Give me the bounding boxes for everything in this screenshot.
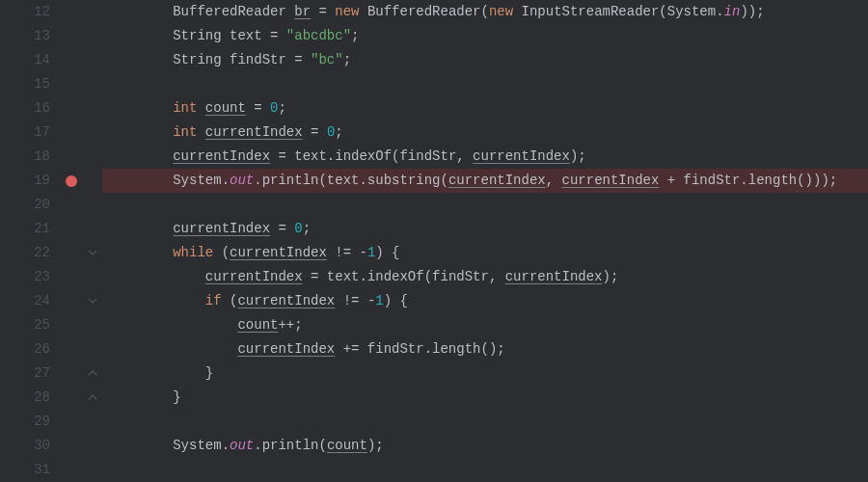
code-token[interactable]: System. <box>173 438 230 453</box>
code-line[interactable]: while (currentIndex != -1) { <box>108 241 868 265</box>
breakpoint-cell[interactable] <box>58 313 85 337</box>
fold-close-icon[interactable] <box>87 390 98 404</box>
code-token[interactable]: count <box>205 100 246 116</box>
code-token[interactable]: , <box>546 173 562 188</box>
code-token[interactable]: br <box>294 4 311 19</box>
code-line[interactable]: currentIndex = text.indexOf(findStr, cur… <box>108 145 868 169</box>
code-token[interactable]: "abcdbc" <box>286 28 351 43</box>
code-line[interactable]: currentIndex += findStr.length(); <box>108 337 868 362</box>
code-editor[interactable]: 1213141516171819202122232425262728293031… <box>0 0 868 482</box>
code-token[interactable]: != - <box>335 293 375 308</box>
code-line[interactable]: } <box>108 386 868 410</box>
breakpoint-cell[interactable] <box>58 120 85 145</box>
code-token[interactable]: != - <box>327 245 367 260</box>
code-token[interactable]: currentIndex <box>230 245 327 260</box>
code-token[interactable]: currentIndex <box>237 293 335 308</box>
code-token[interactable]: out <box>230 438 254 453</box>
breakpoint-cell[interactable] <box>58 48 85 72</box>
code-token[interactable]: new <box>489 4 513 19</box>
code-token[interactable]: = <box>270 221 294 236</box>
line-number[interactable]: 22 <box>0 241 50 265</box>
breakpoint-cell[interactable] <box>58 145 85 169</box>
fold-cell[interactable] <box>85 145 102 169</box>
line-number[interactable]: 14 <box>0 48 50 72</box>
code-token[interactable]: )); <box>740 4 764 19</box>
code-token[interactable]: ; <box>335 124 342 140</box>
code-token[interactable] <box>197 100 204 116</box>
breakpoint-cell[interactable] <box>58 386 85 410</box>
code-token[interactable]: } <box>173 389 180 405</box>
code-token[interactable]: ); <box>570 148 586 164</box>
code-token[interactable]: 1 <box>375 293 383 308</box>
code-token[interactable]: currentIndex <box>173 148 270 164</box>
code-token[interactable]: ) { <box>384 293 408 308</box>
breakpoint-cell[interactable] <box>58 169 85 193</box>
code-token[interactable]: ; <box>303 221 311 236</box>
fold-cell[interactable] <box>85 289 102 313</box>
code-token[interactable]: String text = <box>173 28 286 43</box>
code-token[interactable]: BufferedReader( <box>360 4 489 19</box>
line-number[interactable]: 31 <box>0 458 50 482</box>
code-area[interactable]: BufferedReader br = new BufferedReader(n… <box>102 0 868 482</box>
code-token[interactable]: = text.indexOf(findStr, <box>270 148 473 164</box>
line-number[interactable]: 15 <box>0 72 50 96</box>
code-token[interactable]: count <box>327 438 367 453</box>
code-token[interactable]: System. <box>173 173 230 188</box>
breakpoint-column[interactable] <box>58 0 85 482</box>
code-token[interactable]: ); <box>367 438 384 453</box>
code-token[interactable]: String findStr = <box>173 52 311 67</box>
code-token[interactable]: out <box>230 173 254 188</box>
breakpoint-cell[interactable] <box>58 72 85 96</box>
fold-cell[interactable] <box>85 24 102 48</box>
breakpoint-cell[interactable] <box>58 193 85 217</box>
line-number-gutter[interactable]: 1213141516171819202122232425262728293031 <box>0 0 58 482</box>
code-token[interactable]: int <box>173 124 197 140</box>
code-token[interactable]: if <box>205 293 222 308</box>
code-line[interactable]: currentIndex = 0; <box>108 217 868 241</box>
code-line[interactable]: } <box>108 362 868 386</box>
code-token[interactable]: = text.indexOf(findStr, <box>303 269 505 284</box>
code-token[interactable]: currentIndex <box>448 173 546 188</box>
code-token[interactable]: while <box>173 245 213 260</box>
fold-column[interactable] <box>85 0 102 482</box>
code-line[interactable] <box>108 458 868 482</box>
code-token[interactable]: BufferedReader <box>173 4 294 19</box>
code-token[interactable]: .println(text.substring( <box>254 173 448 188</box>
code-token[interactable]: currentIndex <box>505 269 603 284</box>
code-line[interactable]: count++; <box>108 313 868 337</box>
code-token[interactable]: ( <box>213 245 230 260</box>
code-token[interactable]: ; <box>351 28 359 43</box>
code-line[interactable] <box>108 72 868 96</box>
code-token[interactable]: ; <box>278 100 285 116</box>
code-token[interactable]: + findStr.length())); <box>659 173 837 188</box>
code-token[interactable]: "bc" <box>311 52 343 67</box>
line-number[interactable]: 24 <box>0 289 50 313</box>
fold-cell[interactable] <box>85 0 102 24</box>
fold-cell[interactable] <box>85 96 102 120</box>
code-token[interactable]: ++; <box>278 317 302 333</box>
fold-cell[interactable] <box>85 458 102 482</box>
line-number[interactable]: 25 <box>0 313 50 337</box>
code-token[interactable]: int <box>173 100 197 116</box>
code-token[interactable]: currentIndex <box>473 148 570 164</box>
code-token[interactable]: in <box>724 4 741 19</box>
code-token[interactable]: ) { <box>375 245 399 260</box>
breakpoint-cell[interactable] <box>58 362 85 386</box>
code-line[interactable]: int currentIndex = 0; <box>108 120 868 145</box>
breakpoint-cell[interactable] <box>58 458 85 482</box>
code-line[interactable]: System.out.println(text.substring(curren… <box>108 169 868 193</box>
code-line[interactable]: BufferedReader br = new BufferedReader(n… <box>108 0 868 24</box>
breakpoint-cell[interactable] <box>58 410 85 434</box>
code-token[interactable]: new <box>335 4 359 19</box>
line-number[interactable]: 23 <box>0 265 50 289</box>
code-line[interactable] <box>108 193 868 217</box>
code-token[interactable]: currentIndex <box>173 221 270 236</box>
line-number[interactable]: 18 <box>0 145 50 169</box>
code-token[interactable]: currentIndex <box>562 173 660 188</box>
fold-open-icon[interactable] <box>87 294 98 308</box>
breakpoint-cell[interactable] <box>58 289 85 313</box>
fold-cell[interactable] <box>85 217 102 241</box>
fold-cell[interactable] <box>85 265 102 289</box>
fold-cell[interactable] <box>85 241 102 265</box>
fold-cell[interactable] <box>85 193 102 217</box>
